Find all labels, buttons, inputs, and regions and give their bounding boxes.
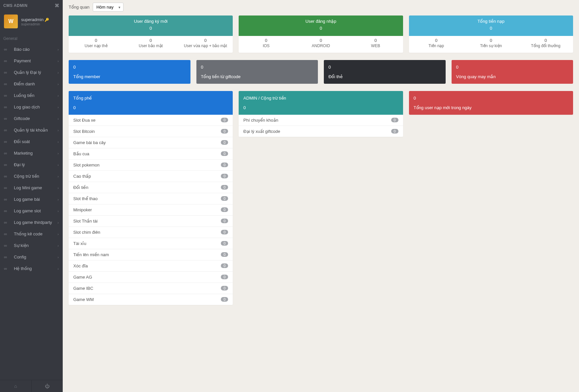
summary-card: 0Vòng quay may mắn [452,60,573,84]
summary-label: Vòng quay may mắn [456,74,569,79]
date-range-select[interactable]: Hôm nay [93,3,123,12]
stat-cell-value: 0 [69,38,123,43]
list-item[interactable]: Slot pokemon0 [69,160,233,171]
sidebar-item-label: Config [14,255,57,259]
nav-section-label: General [0,34,63,44]
link-icon: ∞ [4,58,11,63]
sidebar-item[interactable]: ∞Quản lý Đại lý› [0,67,63,78]
stat-cell-label: Tổng đổi thưởng [518,44,573,49]
app-title: CMS ADMIN [3,3,27,8]
sidebar-item[interactable]: ∞Log game slot› [0,205,63,217]
count-badge: 0 [221,151,228,156]
list-item[interactable]: Bầu cua0 [69,148,233,160]
stat-card-title: Tổng tiền nạp [409,19,573,24]
sidebar-item[interactable]: ∞Marketing› [0,147,63,159]
list-item[interactable]: Xóc đĩa0 [69,260,233,272]
chevron-right-icon: › [57,221,59,225]
sidebar: CMS ADMIN ✖ W superadmin superadmin Gene… [0,0,63,392]
list-item-label: Slot Bitcoin [73,129,95,134]
link-icon: ∞ [4,116,11,121]
chevron-right-icon: › [57,71,59,75]
sidebar-item[interactable]: ∞Cộng trừ tiền› [0,170,63,182]
stat-cell-value: 0 [123,38,178,43]
stat-cell-value: 0 [463,38,518,43]
close-icon[interactable]: ✖ [54,2,59,9]
link-icon: ∞ [4,197,11,202]
chevron-right-icon: › [57,186,59,190]
sidebar-item[interactable]: ∞Log game bài› [0,194,63,205]
list-item[interactable]: Slot thể thao0 [69,193,233,204]
list-item-label: Slot chim điên [73,230,100,235]
sidebar-item[interactable]: ∞Log game thirdparty› [0,217,63,228]
list-item[interactable]: Đổi tiền0 [69,182,233,193]
stat-cell-label: Tiền nạp [409,44,464,49]
avatar: W [4,15,18,28]
sidebar-item-label: Payment [14,58,57,63]
list-item[interactable]: Slot Thần tài0 [69,216,233,227]
panel-title: Tổng user nạp mới trong ngày [414,105,568,110]
link-icon: ∞ [4,255,11,259]
list-item[interactable]: Slot Đua xe0 [69,115,233,126]
sidebar-item-label: Đối soát [14,139,57,144]
stat-card-value: 0 [239,26,403,31]
list-item[interactable]: Game WM0 [69,294,233,305]
count-badge: 0 [221,241,228,246]
list-item[interactable]: Tiến lên miền nam0 [69,249,233,260]
sidebar-item[interactable]: ∞Báo cáo› [0,44,63,55]
count-badge: 0 [221,129,228,134]
stat-card: User đăng nhập00IOS0ANDROID0WEB [239,15,403,53]
list-item-label: Game bài ba cây [73,140,106,145]
stat-cell: 0Tiền nạp [409,38,464,49]
link-icon: ∞ [4,220,11,225]
sidebar-item[interactable]: ∞Điểm danh› [0,78,63,90]
panel-row: Tổng phế 0 Slot Đua xe0Slot Bitcoin0Game… [69,91,573,305]
sidebar-item[interactable]: ∞Đại lý› [0,159,63,170]
list-item-label: Slot thể thao [73,196,98,201]
sidebar-item-label: Đại lý [14,162,57,167]
list-item[interactable]: Game bài ba cây0 [69,137,233,148]
count-badge: 0 [221,263,228,268]
sidebar-item[interactable]: ∞Luồng tiền› [0,90,63,101]
stat-card: User đăng ký mới00User nạp thẻ0User bảo … [69,15,233,53]
list-item[interactable]: Minipoker0 [69,204,233,216]
list-item[interactable]: Game AG0 [69,272,233,283]
stat-cell-value: 0 [293,38,348,43]
count-badge: 0 [221,118,228,122]
stat-cell: 0User vừa nạp + bảo mật [178,38,233,49]
list-item-label: Game AG [73,275,92,280]
list-item[interactable]: Cao thấp0 [69,171,233,182]
sidebar-item[interactable]: ∞Đối soát› [0,136,63,147]
panel-tong-phe: Tổng phế 0 Slot Đua xe0Slot Bitcoin0Game… [69,91,233,305]
stat-cell: 0ANDROID [293,38,348,49]
count-badge: 0 [221,207,228,212]
list-item[interactable]: Game IBC0 [69,283,233,294]
sidebar-item[interactable]: ∞Log Mini game› [0,182,63,194]
power-icon[interactable]: ⏻ [31,380,63,392]
link-icon: ∞ [4,231,11,236]
chevron-right-icon: › [57,82,59,86]
chevron-right-icon: › [57,244,59,248]
list-item[interactable]: Đại lý xuất giftcode0 [239,126,403,137]
chevron-right-icon: › [57,209,59,213]
chevron-right-icon: › [57,59,59,63]
home-icon[interactable]: ⌂ [0,380,31,392]
user-block: W superadmin superadmin [0,11,63,34]
sidebar-item[interactable]: ∞Thống kê code› [0,228,63,240]
sidebar-item[interactable]: ∞Config› [0,251,63,263]
sidebar-item[interactable]: ∞Payment› [0,55,63,67]
sidebar-item[interactable]: ∞Giftcode› [0,113,63,124]
sidebar-item[interactable]: ∞Log giao dịch› [0,101,63,113]
list-item[interactable]: Slot Bitcoin0 [69,126,233,137]
link-icon: ∞ [4,139,11,144]
sidebar-item[interactable]: ∞Hệ thống› [0,263,63,274]
sidebar-item-label: Giftcode [14,116,57,121]
stat-card-title: User đăng ký mới [69,19,233,24]
list-item[interactable]: Tài xỉu0 [69,238,233,249]
list-item[interactable]: Phí chuyển khoản0 [239,115,403,126]
chevron-right-icon: › [57,267,59,271]
chevron-right-icon: › [57,232,59,236]
list-item[interactable]: Slot chim điên0 [69,227,233,238]
sidebar-item[interactable]: ∞Sự kiện› [0,240,63,251]
sidebar-item[interactable]: ∞Quản lý tài khoản› [0,124,63,136]
count-badge: 0 [221,219,228,223]
